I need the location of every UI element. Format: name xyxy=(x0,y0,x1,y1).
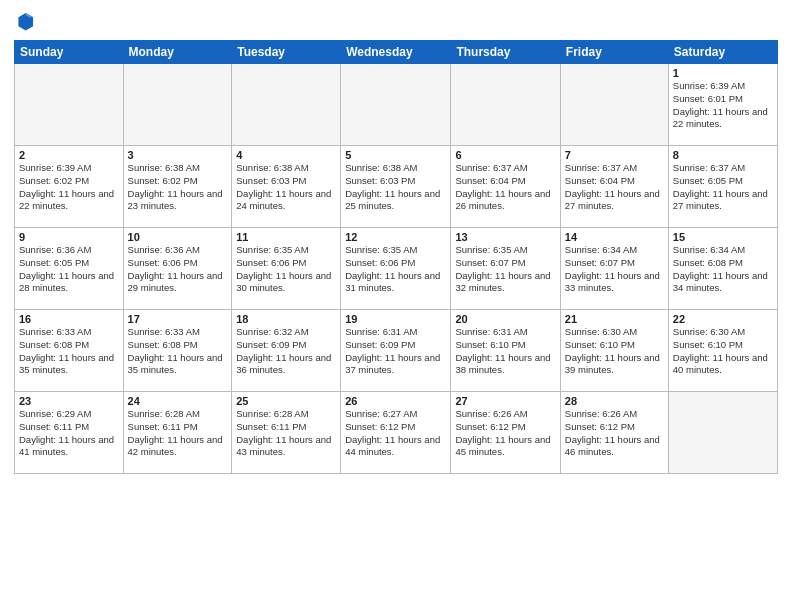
day-cell: 4Sunrise: 6:38 AM Sunset: 6:03 PM Daylig… xyxy=(232,146,341,228)
day-info: Sunrise: 6:32 AM Sunset: 6:09 PM Dayligh… xyxy=(236,326,336,377)
day-cell: 6Sunrise: 6:37 AM Sunset: 6:04 PM Daylig… xyxy=(451,146,560,228)
day-info: Sunrise: 6:37 AM Sunset: 6:04 PM Dayligh… xyxy=(565,162,664,213)
day-info: Sunrise: 6:38 AM Sunset: 6:03 PM Dayligh… xyxy=(236,162,336,213)
day-number: 21 xyxy=(565,313,664,325)
day-header-friday: Friday xyxy=(560,41,668,64)
day-cell xyxy=(341,64,451,146)
day-number: 23 xyxy=(19,395,119,407)
day-cell xyxy=(451,64,560,146)
day-header-row: SundayMondayTuesdayWednesdayThursdayFrid… xyxy=(15,41,778,64)
svg-marker-0 xyxy=(18,13,33,31)
day-cell: 28Sunrise: 6:26 AM Sunset: 6:12 PM Dayli… xyxy=(560,392,668,474)
day-cell: 12Sunrise: 6:35 AM Sunset: 6:06 PM Dayli… xyxy=(341,228,451,310)
week-row-2: 2Sunrise: 6:39 AM Sunset: 6:02 PM Daylig… xyxy=(15,146,778,228)
day-number: 15 xyxy=(673,231,773,243)
day-header-thursday: Thursday xyxy=(451,41,560,64)
day-header-wednesday: Wednesday xyxy=(341,41,451,64)
day-info: Sunrise: 6:33 AM Sunset: 6:08 PM Dayligh… xyxy=(19,326,119,377)
day-number: 5 xyxy=(345,149,446,161)
day-info: Sunrise: 6:34 AM Sunset: 6:08 PM Dayligh… xyxy=(673,244,773,295)
calendar-body: 1Sunrise: 6:39 AM Sunset: 6:01 PM Daylig… xyxy=(15,64,778,474)
day-number: 18 xyxy=(236,313,336,325)
day-number: 9 xyxy=(19,231,119,243)
day-cell xyxy=(232,64,341,146)
day-info: Sunrise: 6:35 AM Sunset: 6:06 PM Dayligh… xyxy=(345,244,446,295)
day-cell: 7Sunrise: 6:37 AM Sunset: 6:04 PM Daylig… xyxy=(560,146,668,228)
day-number: 22 xyxy=(673,313,773,325)
header xyxy=(14,10,778,32)
day-info: Sunrise: 6:26 AM Sunset: 6:12 PM Dayligh… xyxy=(565,408,664,459)
day-cell: 24Sunrise: 6:28 AM Sunset: 6:11 PM Dayli… xyxy=(123,392,232,474)
day-cell xyxy=(123,64,232,146)
day-info: Sunrise: 6:36 AM Sunset: 6:06 PM Dayligh… xyxy=(128,244,228,295)
day-info: Sunrise: 6:38 AM Sunset: 6:03 PM Dayligh… xyxy=(345,162,446,213)
day-info: Sunrise: 6:27 AM Sunset: 6:12 PM Dayligh… xyxy=(345,408,446,459)
day-number: 13 xyxy=(455,231,555,243)
day-number: 16 xyxy=(19,313,119,325)
calendar-table: SundayMondayTuesdayWednesdayThursdayFrid… xyxy=(14,40,778,474)
page: SundayMondayTuesdayWednesdayThursdayFrid… xyxy=(0,0,792,612)
day-cell: 25Sunrise: 6:28 AM Sunset: 6:11 PM Dayli… xyxy=(232,392,341,474)
day-cell xyxy=(668,392,777,474)
day-number: 28 xyxy=(565,395,664,407)
day-cell: 23Sunrise: 6:29 AM Sunset: 6:11 PM Dayli… xyxy=(15,392,124,474)
day-number: 27 xyxy=(455,395,555,407)
day-number: 25 xyxy=(236,395,336,407)
day-header-tuesday: Tuesday xyxy=(232,41,341,64)
day-header-monday: Monday xyxy=(123,41,232,64)
week-row-4: 16Sunrise: 6:33 AM Sunset: 6:08 PM Dayli… xyxy=(15,310,778,392)
day-cell: 27Sunrise: 6:26 AM Sunset: 6:12 PM Dayli… xyxy=(451,392,560,474)
day-header-sunday: Sunday xyxy=(15,41,124,64)
day-info: Sunrise: 6:36 AM Sunset: 6:05 PM Dayligh… xyxy=(19,244,119,295)
day-info: Sunrise: 6:26 AM Sunset: 6:12 PM Dayligh… xyxy=(455,408,555,459)
day-header-saturday: Saturday xyxy=(668,41,777,64)
day-number: 17 xyxy=(128,313,228,325)
day-cell: 3Sunrise: 6:38 AM Sunset: 6:02 PM Daylig… xyxy=(123,146,232,228)
day-cell: 26Sunrise: 6:27 AM Sunset: 6:12 PM Dayli… xyxy=(341,392,451,474)
day-number: 19 xyxy=(345,313,446,325)
day-cell: 16Sunrise: 6:33 AM Sunset: 6:08 PM Dayli… xyxy=(15,310,124,392)
day-cell: 11Sunrise: 6:35 AM Sunset: 6:06 PM Dayli… xyxy=(232,228,341,310)
day-number: 1 xyxy=(673,67,773,79)
day-info: Sunrise: 6:30 AM Sunset: 6:10 PM Dayligh… xyxy=(565,326,664,377)
day-info: Sunrise: 6:35 AM Sunset: 6:06 PM Dayligh… xyxy=(236,244,336,295)
day-number: 7 xyxy=(565,149,664,161)
day-info: Sunrise: 6:34 AM Sunset: 6:07 PM Dayligh… xyxy=(565,244,664,295)
day-cell: 22Sunrise: 6:30 AM Sunset: 6:10 PM Dayli… xyxy=(668,310,777,392)
week-row-3: 9Sunrise: 6:36 AM Sunset: 6:05 PM Daylig… xyxy=(15,228,778,310)
day-number: 10 xyxy=(128,231,228,243)
day-info: Sunrise: 6:39 AM Sunset: 6:01 PM Dayligh… xyxy=(673,80,773,131)
day-number: 4 xyxy=(236,149,336,161)
day-cell: 18Sunrise: 6:32 AM Sunset: 6:09 PM Dayli… xyxy=(232,310,341,392)
day-number: 8 xyxy=(673,149,773,161)
day-info: Sunrise: 6:31 AM Sunset: 6:09 PM Dayligh… xyxy=(345,326,446,377)
week-row-5: 23Sunrise: 6:29 AM Sunset: 6:11 PM Dayli… xyxy=(15,392,778,474)
day-cell: 14Sunrise: 6:34 AM Sunset: 6:07 PM Dayli… xyxy=(560,228,668,310)
day-cell: 5Sunrise: 6:38 AM Sunset: 6:03 PM Daylig… xyxy=(341,146,451,228)
day-cell: 13Sunrise: 6:35 AM Sunset: 6:07 PM Dayli… xyxy=(451,228,560,310)
day-cell: 2Sunrise: 6:39 AM Sunset: 6:02 PM Daylig… xyxy=(15,146,124,228)
day-info: Sunrise: 6:39 AM Sunset: 6:02 PM Dayligh… xyxy=(19,162,119,213)
day-cell: 20Sunrise: 6:31 AM Sunset: 6:10 PM Dayli… xyxy=(451,310,560,392)
day-cell: 15Sunrise: 6:34 AM Sunset: 6:08 PM Dayli… xyxy=(668,228,777,310)
day-number: 12 xyxy=(345,231,446,243)
day-cell: 1Sunrise: 6:39 AM Sunset: 6:01 PM Daylig… xyxy=(668,64,777,146)
day-number: 2 xyxy=(19,149,119,161)
logo xyxy=(14,10,40,32)
day-info: Sunrise: 6:37 AM Sunset: 6:05 PM Dayligh… xyxy=(673,162,773,213)
day-number: 24 xyxy=(128,395,228,407)
day-info: Sunrise: 6:37 AM Sunset: 6:04 PM Dayligh… xyxy=(455,162,555,213)
day-info: Sunrise: 6:30 AM Sunset: 6:10 PM Dayligh… xyxy=(673,326,773,377)
calendar-header: SundayMondayTuesdayWednesdayThursdayFrid… xyxy=(15,41,778,64)
day-info: Sunrise: 6:29 AM Sunset: 6:11 PM Dayligh… xyxy=(19,408,119,459)
day-info: Sunrise: 6:28 AM Sunset: 6:11 PM Dayligh… xyxy=(128,408,228,459)
day-cell: 8Sunrise: 6:37 AM Sunset: 6:05 PM Daylig… xyxy=(668,146,777,228)
day-info: Sunrise: 6:28 AM Sunset: 6:11 PM Dayligh… xyxy=(236,408,336,459)
logo-icon xyxy=(14,10,36,32)
day-info: Sunrise: 6:33 AM Sunset: 6:08 PM Dayligh… xyxy=(128,326,228,377)
day-number: 6 xyxy=(455,149,555,161)
day-number: 20 xyxy=(455,313,555,325)
day-info: Sunrise: 6:31 AM Sunset: 6:10 PM Dayligh… xyxy=(455,326,555,377)
week-row-1: 1Sunrise: 6:39 AM Sunset: 6:01 PM Daylig… xyxy=(15,64,778,146)
day-cell: 10Sunrise: 6:36 AM Sunset: 6:06 PM Dayli… xyxy=(123,228,232,310)
